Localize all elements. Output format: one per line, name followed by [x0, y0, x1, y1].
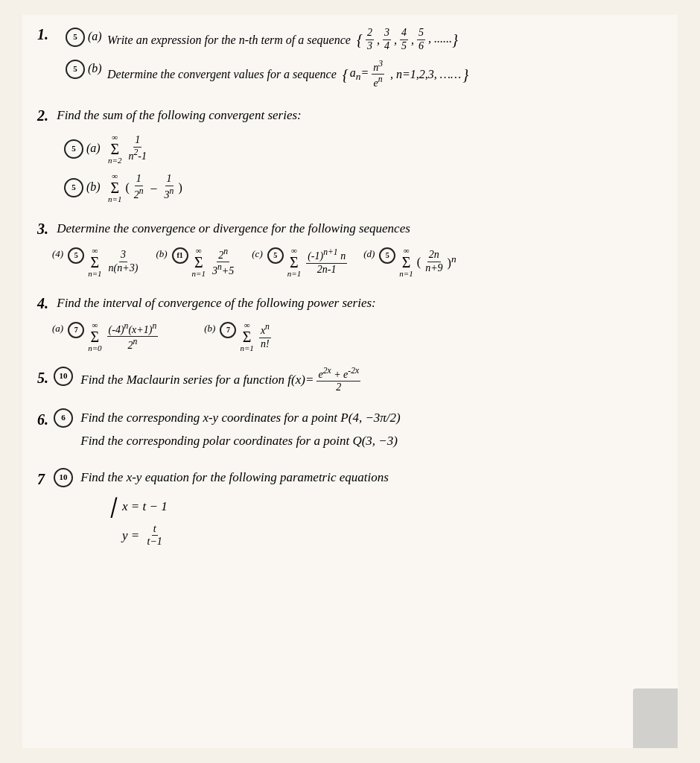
problem-2b-math: ∞ Σ n=1 ( 1 2n – 1 3n ) [106, 172, 182, 203]
problem-3a-content: 5 ∞ Σ n=1 3 n(n+3) [68, 247, 141, 278]
sigma-4b: ∞ Σ n=1 [240, 321, 253, 352]
frac-2n-n9: 2n n+9 [424, 249, 444, 275]
frac-1-3n: 1 3n [163, 173, 176, 201]
problem-7-text: Find the x-y equation for the following … [77, 467, 389, 487]
sigma-3b: ∞ Σ n=1 [192, 247, 206, 278]
problem-3d-math: ∞ Σ n=1 ( 2n n+9 )n [397, 247, 456, 278]
frac-3-nn3: 3 n(n+3) [107, 249, 140, 275]
problem-1b-badge-wrap: 5 (b) [66, 59, 103, 79]
problem-3-text: Determine the convergence or divergence … [54, 218, 410, 238]
exam-page: 1. 5 (a) Write an expression for the n-t… [22, 15, 678, 748]
frac-2-3: 23 [366, 27, 374, 53]
parametric-equations: x = t − 1 y = t t−1 [122, 496, 168, 548]
frac-3-4: 34 [383, 27, 391, 53]
problem-6-number: 6. [37, 408, 52, 431]
sigma-4a: ∞ Σ n=0 [88, 321, 101, 352]
problem-3a: (4) 5 ∞ Σ n=1 3 n(n+3) [52, 247, 141, 278]
sigma-2a: ∞ Σ n=2 [108, 133, 121, 165]
frac-5-6: 56 [417, 27, 425, 53]
problem-3c: (c) 5 ∞ Σ n=1 (-1)n+1 n 2n-1 [252, 247, 349, 278]
problem-4-header: 4. Find the interval of convergence of t… [37, 291, 663, 315]
left-brace: ∣ [107, 496, 118, 517]
problem-3b: (b) f1 ∞ Σ n=1 2n 3n+5 [156, 247, 237, 278]
problem-1-number: 1. [37, 22, 52, 46]
frac-4-5: 45 [400, 27, 408, 53]
problem-1a-badge-wrap: 5 (a) [66, 27, 103, 47]
problem-2-text: Find the sum of the following convergent… [54, 105, 302, 125]
problem-5-badge: 5. 10 [37, 366, 73, 390]
frac-t-tminus1: t t−1 [146, 523, 164, 549]
problem-4a-content: 7 ∞ Σ n=0 (-4)n(x+1)n 2n [68, 321, 159, 352]
problem-4-text: Find the interval of convergence of the … [54, 293, 376, 313]
problem-3c-points: 5 [267, 247, 284, 264]
problem-2a: 5 (a) ∞ Σ n=2 1 n2-1 [64, 133, 663, 165]
problem-4a-math: ∞ Σ n=0 (-4)n(x+1)n 2n [86, 321, 159, 352]
problem-7-points: 10 [54, 468, 73, 487]
problem-7-badge: 7 10 [37, 467, 73, 491]
problem-1b-label: (b) [88, 59, 103, 78]
problem-6-row: 6. 6 Find the corresponding x-y coordina… [37, 408, 663, 451]
problem-4-number: 4. [37, 291, 52, 315]
problem-3d-points: 5 [379, 247, 395, 264]
problem-4b-content: 7 ∞ Σ n=1 xn n! [220, 321, 272, 352]
problem-2b-points: 5 [64, 178, 83, 197]
problem-1a-points: 5 [66, 28, 85, 47]
problem-2b-badge-wrap: 5 (b) [64, 177, 101, 197]
problem-2a-badge-wrap: 5 (a) [64, 139, 101, 159]
frac-1-2n: 1 2n [133, 173, 145, 201]
problem-4a: (a) 7 ∞ Σ n=0 (-4)n(x+1)n 2n [52, 321, 159, 352]
problem-7-content: Find the x-y equation for the following … [77, 467, 389, 548]
problem-3a-points: 5 [68, 247, 84, 264]
problem-3a-math: ∞ Σ n=1 3 n(n+3) [86, 247, 141, 278]
problem-4b-math: ∞ Σ n=1 xn n! [238, 321, 272, 352]
problem-3-parts: (4) 5 ∞ Σ n=1 3 n(n+3) [52, 247, 663, 278]
problem-6-text: Find the corresponding x-y coordinates f… [77, 408, 401, 451]
sigma-2b: ∞ Σ n=1 [108, 172, 121, 203]
sigma-3a: ∞ Σ n=1 [88, 247, 101, 278]
problem-1a-label: (a) [88, 27, 103, 46]
problem-6-points: 6 [54, 408, 73, 428]
problem-1a-text: Write an expression for the n-th term of… [107, 27, 458, 53]
problem-2b-label: (b) [86, 177, 101, 197]
problem-1b-text: Determine the convergent values for a se… [107, 59, 468, 90]
sigma-3d: ∞ Σ n=1 [399, 247, 413, 278]
frac-2n-3n5: 2n 3n+5 [211, 247, 235, 278]
problem-1-header: 1. 5 (a) Write an expression for the n-t… [37, 22, 663, 90]
problem-3-header: 3. Determine the convergence or divergen… [37, 217, 663, 241]
frac-e2x-eminus2x: e2x + e-2x 2 [316, 366, 360, 394]
page-corner [633, 688, 678, 748]
frac-1-n2minus1: 1 n2-1 [127, 134, 148, 162]
problem-7: 7 10 Find the x-y equation for the follo… [37, 467, 663, 548]
problem-4a-points: 7 [68, 322, 84, 338]
problem-5-text: Find the Maclaurin series for a function… [77, 366, 362, 394]
frac-n3-en: n3 en [372, 59, 384, 90]
problem-1: 1. 5 (a) Write an expression for the n-t… [37, 22, 663, 90]
problem-2a-label: (a) [86, 139, 101, 158]
problem-2a-points: 5 [64, 139, 83, 159]
problem-4-parts: (a) 7 ∞ Σ n=0 (-4)n(x+1)n 2n [52, 321, 663, 352]
problem-6-badge: 6. 6 [37, 408, 73, 431]
problem-6: 6. 6 Find the corresponding x-y coordina… [37, 408, 663, 451]
problem-3c-math: ∞ Σ n=1 (-1)n+1 n 2n-1 [285, 247, 349, 278]
problem-2b: 5 (b) ∞ Σ n=1 ( 1 2n – 1 3n [64, 172, 663, 203]
eq-y: y = t t−1 [122, 523, 168, 549]
problem-3-number: 3. [37, 217, 52, 241]
eq-x: x = t − 1 [122, 496, 168, 516]
problem-2a-math: ∞ Σ n=2 1 n2-1 [106, 133, 150, 165]
problem-7-number: 7 [37, 467, 52, 491]
problem-3b-content: f1 ∞ Σ n=1 2n 3n+5 [172, 247, 238, 278]
problem-3: 3. Determine the convergence or divergen… [37, 217, 663, 278]
problem-5-row: 5. 10 Find the Maclaurin series for a fu… [37, 366, 663, 394]
problem-1b: 5 (b) Determine the convergent values fo… [66, 59, 468, 90]
problem-5-number: 5. [37, 366, 52, 390]
problem-4a-badge: (a) [52, 321, 63, 337]
problem-3d: (d) 5 ∞ Σ n=1 ( 2n n+9 [363, 247, 456, 278]
problem-6b-text: Find the corresponding polar coordinates… [77, 431, 401, 451]
problem-7-row: 7 10 Find the x-y equation for the follo… [37, 467, 663, 548]
frac-neg1-n: (-1)n+1 n 2n-1 [306, 247, 347, 276]
problem-4: 4. Find the interval of convergence of t… [37, 291, 663, 352]
problem-3d-content: 5 ∞ Σ n=1 ( 2n n+9 )n [379, 247, 456, 278]
problem-3b-points: f1 [172, 247, 188, 264]
problem-5: 5. 10 Find the Maclaurin series for a fu… [37, 366, 663, 394]
frac-xn-nfact: xn n! [259, 322, 271, 350]
